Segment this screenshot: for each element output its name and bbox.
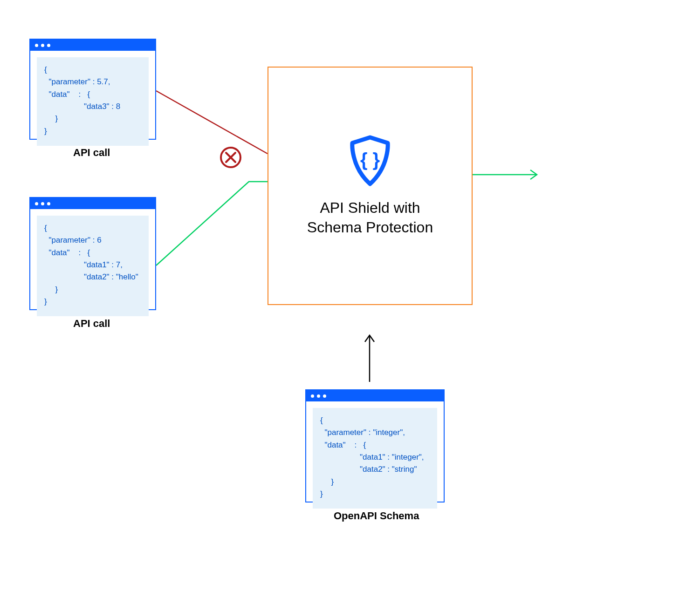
shield-box: { } API Shield with Schema Protection [268, 67, 473, 305]
titlebar-dot [317, 394, 320, 398]
code-content: { "parameter" : 6 "data" : { "data1" : 7… [44, 222, 141, 308]
api-call-window-2: { "parameter" : 6 "data" : { "data1" : 7… [29, 197, 156, 310]
diagram-canvas: { "parameter" : 5.7, "data" : { "data3" … [0, 0, 700, 611]
window-titlebar [306, 390, 444, 401]
titlebar-dot [311, 394, 314, 398]
shield-title-line1: API Shield with [320, 199, 420, 216]
code-body: { "parameter" : 6 "data" : { "data1" : 7… [37, 216, 149, 316]
window-titlebar [30, 40, 155, 51]
shield-title: API Shield with Schema Protection [307, 198, 433, 237]
svg-line-2 [226, 153, 235, 162]
svg-point-0 [221, 148, 240, 167]
code-content: { "parameter" : 5.7, "data" : { "data3" … [44, 64, 141, 137]
titlebar-dot [35, 202, 38, 205]
titlebar-dot [47, 202, 50, 205]
api-call-2-label: API call [73, 318, 110, 330]
code-content: { "parameter" : "integer", "data" : { "d… [320, 414, 430, 500]
shield-title-line2: Schema Protection [307, 219, 433, 236]
titlebar-dot [41, 202, 44, 205]
schema-arrow-head [365, 335, 374, 342]
schema-window: { "parameter" : "integer", "data" : { "d… [305, 389, 445, 502]
accepted-line [156, 182, 268, 265]
svg-line-1 [226, 153, 235, 162]
titlebar-dot [41, 44, 44, 47]
titlebar-dot [47, 44, 50, 47]
window-titlebar [30, 198, 155, 209]
api-call-1-label: API call [73, 147, 110, 159]
output-arrow-head [530, 170, 537, 179]
titlebar-dot [35, 44, 38, 47]
rejected-line [156, 91, 268, 154]
rejected-icon [221, 148, 240, 167]
shield-icon: { } [347, 135, 393, 188]
code-body: { "parameter" : 5.7, "data" : { "data3" … [37, 57, 149, 146]
titlebar-dot [323, 394, 326, 398]
schema-label: OpenAPI Schema [334, 510, 419, 522]
svg-text:{ }: { } [360, 149, 380, 170]
api-call-window-1: { "parameter" : 5.7, "data" : { "data3" … [29, 39, 156, 140]
code-body: { "parameter" : "integer", "data" : { "d… [313, 408, 437, 509]
